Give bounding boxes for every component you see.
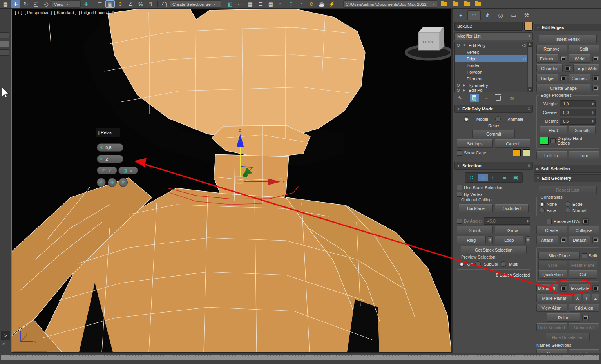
caddy-iterations-field[interactable]: ⊞ 2 (97, 155, 123, 163)
msmooth-button[interactable]: MSmooth (536, 284, 558, 292)
connect-settings-button[interactable] (592, 75, 599, 81)
planar-y-button[interactable]: Y (583, 294, 590, 302)
relax-settings-button[interactable] (582, 315, 589, 321)
viewport-menu-renderer[interactable]: [ Standard ] (54, 10, 76, 15)
stack-row-polygon[interactable]: Polygon (455, 69, 527, 75)
stack-row-vertex[interactable]: Vertex (455, 49, 527, 55)
bridge-button[interactable]: Bridge (536, 74, 558, 82)
chamfer-button[interactable]: Chamfer (536, 64, 563, 72)
preview-subobj-radio[interactable] (475, 261, 481, 267)
viewport-menu-shading[interactable]: [ Edged Faces ] (79, 10, 109, 15)
constraint-face-radio[interactable] (539, 208, 545, 213)
create-shape-settings-button[interactable] (592, 85, 599, 91)
chevron-down-icon[interactable]: ▼ (463, 43, 467, 47)
percent-snap-icon[interactable]: % (136, 0, 145, 8)
angle-snap-icon[interactable]: ∠ (126, 0, 135, 8)
occluded-button[interactable]: Occluded (495, 204, 529, 212)
caddy-hold-boundary-toggle[interactable]: ⊡ ✔ (97, 167, 117, 174)
spinner-down-icon[interactable]: ▼ (527, 240, 529, 242)
stack-scrollbar[interactable]: ▲ ▼ (527, 42, 532, 92)
collapse-button[interactable]: Collapse (569, 226, 599, 234)
show-end-result-button[interactable] (470, 94, 479, 102)
display-hard-edges-checkbox[interactable] (550, 138, 556, 143)
toggle-layer-explorer-icon[interactable]: ☰ (256, 0, 265, 8)
by-vertex-checkbox[interactable] (457, 192, 462, 197)
tab-hierarchy[interactable]: ⋔ (481, 10, 494, 20)
caddy-amount-field[interactable]: ⊛ 0,5 (97, 143, 123, 152)
stack-row-partial[interactable]: ⊙ ▶ Edit Pol (455, 89, 527, 92)
tab-create[interactable]: + (454, 10, 467, 20)
stack-row-symmetry[interactable]: ⊙ ▶ Symmetry (455, 82, 527, 89)
by-angle-checkbox[interactable] (457, 219, 462, 224)
split-button[interactable]: Split (569, 45, 599, 53)
mirror-icon[interactable]: ◧ (225, 0, 235, 8)
caddy-title[interactable]: || Relax (96, 128, 120, 137)
get-stack-selection-button[interactable]: Get Stack Selection (461, 246, 527, 254)
turn-button[interactable]: Turn (569, 151, 599, 159)
spinner-down-icon[interactable]: ▼ (489, 240, 491, 242)
viewcube[interactable]: FRONT (406, 27, 451, 59)
double-chevron-icon[interactable]: » (2, 341, 5, 346)
perspective-viewport[interactable]: [ + ] [ Perspective ] [ Standard ] [ Edg… (11, 9, 451, 353)
loop-button[interactable]: Loop (495, 236, 524, 244)
project-settings-folder-icon[interactable] (441, 2, 447, 6)
expand-panel-button[interactable]: > (1, 331, 10, 340)
stack-row-edit-poly[interactable]: ⊙ ▼ Edit Poly ◁ (455, 42, 527, 49)
edit-named-selections-icon[interactable]: { } (160, 0, 169, 8)
cut-button[interactable]: Cut (569, 270, 597, 279)
select-and-place-icon[interactable]: ◎ (42, 0, 51, 8)
extrude-settings-button[interactable] (560, 56, 567, 62)
dope-sheet-icon[interactable]: ∴ (297, 0, 306, 8)
grow-button[interactable]: Grow (495, 226, 531, 234)
toggle-ribbon-icon[interactable]: ▦ (266, 0, 275, 8)
spinner-down-icon[interactable]: ▼ (527, 221, 529, 223)
connect-button[interactable]: Connect (569, 74, 591, 82)
object-color-swatch[interactable] (524, 22, 533, 31)
planar-x-button[interactable]: X (574, 294, 581, 302)
spinner-down-icon[interactable]: ▼ (592, 121, 594, 123)
weld-settings-button[interactable] (592, 56, 599, 62)
schematic-view-icon[interactable]: ↧ (286, 0, 296, 8)
show-cage-checkbox[interactable] (457, 150, 462, 156)
docked-toolbar-stub[interactable] (0, 32, 9, 38)
tab-utilities[interactable]: ⚒ (520, 10, 533, 20)
model-radio[interactable] (464, 116, 469, 122)
element-subobject-icon[interactable]: ▣ (511, 174, 521, 181)
chevron-right-icon[interactable]: ▶ (463, 83, 467, 87)
named-selection-set-dropdown[interactable]: Create Selection Se ▾ (170, 0, 221, 8)
folder-structure-icon[interactable] (475, 2, 481, 6)
slice-button[interactable]: Slice (538, 261, 567, 269)
object-name-field[interactable]: Box002 (454, 22, 523, 31)
settings-button[interactable]: Settings (457, 139, 493, 148)
stack-row-border[interactable]: Border (455, 62, 527, 69)
tessellate-settings-button[interactable] (592, 285, 599, 292)
preserve-uvs-settings-button[interactable] (582, 218, 589, 225)
use-stack-selection-checkbox[interactable] (457, 185, 462, 190)
constraint-edge-radio[interactable] (565, 201, 570, 207)
smooth-button[interactable]: Smooth (569, 126, 596, 134)
detach-settings-button[interactable] (592, 237, 599, 243)
slice-plane-button[interactable]: Slice Plane (538, 252, 580, 260)
backface-button[interactable]: Backface (459, 204, 493, 212)
edge-subobject-icon[interactable]: ⊿ (478, 174, 488, 181)
animate-radio[interactable] (495, 116, 501, 122)
create-shape-button[interactable]: Create Shape (536, 84, 590, 92)
chamfer-settings-button[interactable] (565, 65, 571, 72)
rollout-header-edit-geometry[interactable]: ▼ Edit Geometry (534, 174, 601, 182)
hide-unselected-button[interactable]: Hide Unselected (546, 333, 590, 341)
tab-modify[interactable]: ◠ (467, 10, 481, 20)
preview-multi-radio[interactable] (501, 261, 506, 267)
snaps-3d-icon[interactable]: 3 (116, 0, 125, 8)
spinner-down-icon[interactable]: ▼ (592, 104, 594, 106)
align-icon[interactable]: ▭ (235, 0, 245, 8)
eye-icon[interactable]: ⊙ (456, 83, 461, 88)
constraint-normal-radio[interactable] (565, 208, 570, 213)
hard-button[interactable]: Hard (540, 126, 567, 134)
commit-button[interactable]: Commit (472, 130, 515, 138)
hide-selected-button[interactable]: Hide Selected (536, 323, 567, 331)
viewcube-front-label[interactable]: FRONT (423, 40, 435, 44)
view-align-button[interactable]: View Align (536, 304, 567, 312)
rollout-header-edit-poly-mode[interactable]: ▼ Edit Poly Mode ⠿ (454, 105, 533, 113)
loop-spinner[interactable]: ▲▼ (525, 236, 530, 244)
model-canvas[interactable]: z x FRONT (12, 9, 451, 352)
